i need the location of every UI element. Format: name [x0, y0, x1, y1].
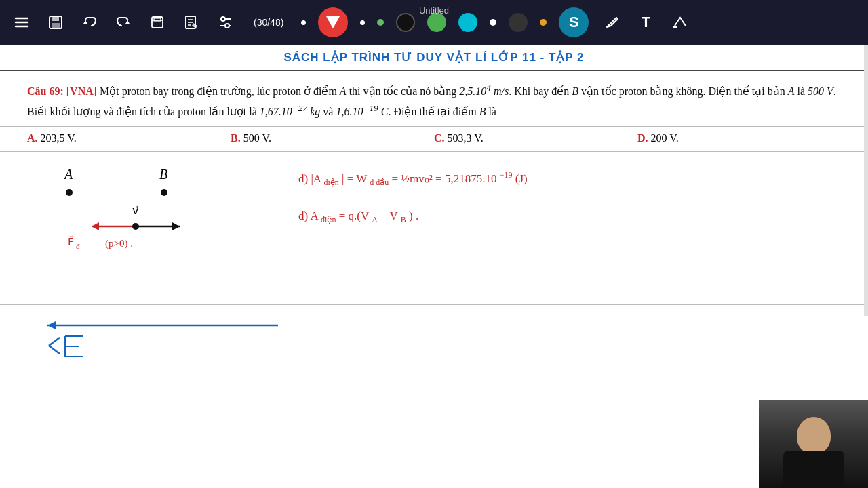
answers-row: A. 203,5 V. B. 500 V. C. 503,3 V. D. 200…	[0, 127, 868, 152]
blue-less-than-bottom	[49, 346, 60, 354]
content-area: SÁCH LẬP TRÌNH TƯ DUY VẬT LÍ LỚP 11 - TẬ…	[0, 45, 868, 488]
voltage-a: 500 V	[808, 85, 833, 97]
color-cyan[interactable]	[458, 13, 477, 32]
document-title: Untitled	[419, 5, 449, 16]
point-b-ref: B	[572, 85, 578, 97]
right-arrow-head	[172, 222, 180, 230]
mass-value: 1,67.10−27 kg	[260, 106, 320, 117]
answer-d: D. 200 V.	[637, 132, 841, 144]
pen-icon[interactable]	[601, 12, 623, 33]
solution-svg: đ) |A điện | = W đ đầu = ½mv₀² = 5,21875…	[298, 159, 678, 287]
dot-separator-1	[301, 20, 306, 25]
blue-arrow-left	[47, 321, 56, 329]
question-number: Câu 69: [VNA]	[27, 85, 97, 97]
presenter-video	[760, 400, 868, 488]
diagram-dot-b	[161, 189, 167, 196]
answer-c-value: 503,3 V.	[448, 132, 484, 144]
svg-point-17	[221, 17, 225, 21]
record-icon	[326, 16, 340, 28]
scrollbar[interactable]	[864, 45, 868, 316]
solution-line2: đ) A điện = q.(V A − V B ) .	[298, 209, 418, 225]
redo-icon[interactable]	[113, 12, 134, 33]
answer-d-value: 200 V.	[651, 132, 679, 144]
diagram-label-b: B	[159, 167, 167, 182]
answer-b-letter: B.	[231, 132, 241, 144]
webcam-overlay	[760, 400, 868, 488]
velocity-vector-label: v⃗	[132, 205, 138, 216]
question-text: Câu 69: [VNA] Một proton bay trong điện …	[27, 81, 841, 121]
velocity-value: 2,5.104 m/s	[459, 85, 509, 97]
bottom-area	[0, 304, 868, 373]
svg-point-19	[225, 24, 229, 28]
point-a-ref: A	[340, 85, 347, 97]
diagram-svg: A B v⃗ F⃗	[27, 159, 278, 294]
diagram: A B v⃗ F⃗	[27, 159, 285, 297]
dot-separator-2	[360, 20, 365, 25]
color-green[interactable]	[427, 13, 446, 32]
answer-b-value: 500 V.	[243, 132, 271, 144]
book-title-area: SÁCH LẬP TRÌNH TƯ DUY VẬT LÍ LỚP 11 - TẬ…	[0, 45, 868, 71]
question-area: Câu 69: [VNA] Một proton bay trong điện …	[0, 71, 868, 127]
answer-b: B. 500 V.	[231, 132, 434, 144]
book-title: SÁCH LẬP TRÌNH TƯ DUY VẬT LÍ LỚP 11 - TẬ…	[283, 51, 584, 64]
answer-d-letter: D.	[637, 132, 648, 144]
answer-c: C. 503,3 V.	[434, 132, 637, 144]
answer-a-value: 203,5 V.	[41, 132, 77, 144]
color-black[interactable]	[396, 13, 415, 32]
svg-marker-6	[83, 20, 87, 24]
text-tool-icon[interactable]: T	[635, 12, 656, 33]
menu-icon[interactable]	[11, 12, 33, 33]
toolbar: (30/48) S T Untitled	[0, 0, 868, 45]
particle-dot	[132, 223, 139, 230]
answer-c-letter: C.	[434, 132, 445, 144]
point-b2-ref: B	[479, 106, 486, 117]
diagram-solution-area: A B v⃗ F⃗	[0, 152, 868, 304]
dot-separator-4	[490, 19, 496, 26]
diagram-label-a: A	[63, 167, 73, 182]
record-button[interactable]	[318, 7, 348, 37]
undo-icon[interactable]	[79, 12, 100, 33]
more-tools-icon[interactable]	[669, 12, 690, 33]
layers-icon[interactable]	[146, 12, 168, 33]
particle-label: (p>0) .	[105, 238, 133, 249]
scribe-button[interactable]: S	[559, 7, 589, 37]
svg-rect-5	[52, 23, 60, 28]
note-icon[interactable]	[180, 12, 202, 33]
svg-rect-4	[52, 16, 59, 21]
left-arrow-head	[92, 222, 99, 230]
solution-line1: đ) |A điện | = W đ đầu = ½mv₀² = 5,21875…	[298, 167, 528, 188]
bottom-drawing-svg	[27, 310, 502, 365]
diagram-dot-a	[66, 189, 73, 196]
blue-less-than-top	[49, 338, 60, 346]
force-subscript: đ	[76, 242, 80, 250]
answer-a-letter: A.	[27, 132, 38, 144]
dot-separator-3	[377, 19, 384, 26]
point-a2-ref: A	[788, 85, 795, 97]
dot-separator-5	[540, 19, 547, 26]
page-counter: (30/48)	[254, 17, 283, 28]
answer-a: A. 203,5 V.	[27, 132, 231, 144]
person-body	[783, 451, 844, 488]
svg-marker-7	[125, 20, 130, 24]
solution-area: đ) |A điện | = W đ đầu = ½mv₀² = 5,21875…	[285, 159, 841, 297]
color-dark[interactable]	[509, 13, 528, 32]
settings-icon[interactable]	[214, 12, 236, 33]
save-icon[interactable]	[45, 12, 66, 33]
force-label: F⃗	[68, 235, 74, 247]
charge-value: 1,6.10−19 C	[336, 106, 388, 117]
person-head	[797, 417, 831, 454]
